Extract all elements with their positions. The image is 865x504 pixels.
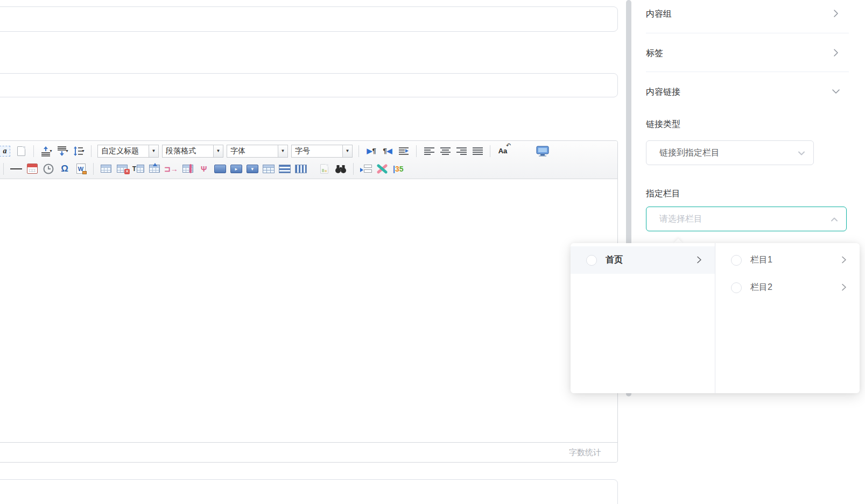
radio-icon[interactable] bbox=[731, 282, 742, 293]
toolbar-row-1: a ▾ ▾ ▾ 自定义标题 ▼ 段落格式 ▼ bbox=[0, 142, 617, 160]
indent-more-icon[interactable] bbox=[397, 145, 410, 158]
section-tags[interactable]: 标签 bbox=[633, 33, 865, 72]
link-type-select[interactable]: 链接到指定栏目 bbox=[646, 140, 814, 165]
table-block-icon[interactable] bbox=[214, 162, 227, 175]
paragraph-format-value: 段落格式 bbox=[162, 145, 214, 158]
insert-date-icon[interactable] bbox=[26, 162, 39, 175]
editor-content-area[interactable] bbox=[0, 179, 617, 442]
xiumi-editor-icon[interactable] bbox=[376, 162, 389, 175]
cascader-item-label: 栏目1 bbox=[750, 254, 772, 266]
table-grid-rows-icon[interactable] bbox=[278, 162, 291, 175]
align-center-icon[interactable] bbox=[439, 145, 452, 158]
paragraph-format-combo[interactable]: 段落格式 ▼ bbox=[162, 145, 223, 158]
link-type-label: 链接类型 bbox=[646, 118, 680, 131]
chevron-right-icon bbox=[695, 255, 703, 266]
chevron-right-icon bbox=[840, 283, 848, 294]
cascader-item-home[interactable]: 首页 bbox=[571, 246, 715, 274]
custom-heading-dropdown-button[interactable]: ▼ bbox=[149, 145, 159, 158]
chevron-right-icon bbox=[832, 9, 840, 18]
delete-table-icon[interactable]: ✕ bbox=[116, 162, 129, 175]
horizontal-rule-icon[interactable] bbox=[10, 162, 23, 175]
table-block-arrow-down-icon[interactable]: ▾ bbox=[246, 162, 259, 175]
preview-monitor-icon[interactable] bbox=[536, 145, 549, 158]
toolbar-separator bbox=[93, 163, 94, 175]
toolbar-separator bbox=[3, 163, 4, 175]
section-content-group-label: 内容组 bbox=[646, 8, 672, 20]
cascader-level-1: 首页 bbox=[571, 243, 715, 393]
radio-icon[interactable] bbox=[731, 255, 742, 266]
table-grid-cells-icon[interactable] bbox=[262, 162, 275, 175]
editor-status-bar: 字数统计 bbox=[0, 442, 617, 462]
font-size-combo[interactable]: 字号 ▼ bbox=[291, 145, 353, 158]
section-tags-label: 标签 bbox=[646, 47, 663, 60]
toolbar-separator bbox=[416, 145, 417, 157]
word-count-label: 字数统计 bbox=[569, 448, 601, 458]
toolbar-separator bbox=[91, 145, 92, 157]
cascader-item-column2[interactable]: 栏目2 bbox=[715, 274, 860, 301]
cascader-level-2: 栏目1 栏目2 bbox=[715, 243, 860, 393]
indent-first-line-icon[interactable]: ▶¶ bbox=[365, 145, 378, 158]
case-convert-icon[interactable]: Aa↶ bbox=[496, 145, 509, 158]
special-char-icon[interactable]: Ω bbox=[58, 162, 71, 175]
table-title-icon[interactable]: T bbox=[132, 162, 145, 175]
custom-heading-value: 自定义标题 bbox=[97, 145, 149, 158]
cascader-item-label: 首页 bbox=[606, 254, 623, 266]
table-block-arrow-right-icon[interactable]: ▸ bbox=[230, 162, 243, 175]
radio-icon[interactable] bbox=[586, 255, 597, 266]
chevron-up-icon bbox=[830, 215, 839, 224]
chevron-down-icon bbox=[832, 87, 840, 96]
chevron-right-icon bbox=[840, 255, 848, 266]
bottom-input[interactable] bbox=[0, 479, 618, 504]
font-family-combo[interactable]: 字体 ▼ bbox=[227, 145, 288, 158]
chevron-down-icon bbox=[797, 149, 806, 158]
secondary-input[interactable] bbox=[0, 73, 618, 97]
toolbar-separator bbox=[490, 145, 490, 157]
column-cascader-dropdown: 首页 栏目1 栏目2 bbox=[571, 243, 860, 393]
insert-title-row-icon[interactable] bbox=[148, 162, 161, 175]
paragraph-format-dropdown-button[interactable]: ▼ bbox=[214, 145, 223, 158]
rich-text-editor: a ▾ ▾ ▾ 自定义标题 ▼ 段落格式 ▼ bbox=[0, 140, 618, 463]
font-size-value: 字号 bbox=[291, 145, 343, 158]
section-content-link-label: 内容链接 bbox=[646, 86, 680, 98]
insert-col-icon[interactable] bbox=[181, 162, 194, 175]
spacing-bottom-icon[interactable]: ▾ bbox=[56, 145, 69, 158]
page-break-icon[interactable] bbox=[360, 162, 372, 175]
indent-rtl-icon[interactable]: ¶◀ bbox=[381, 145, 394, 158]
align-right-icon[interactable] bbox=[455, 145, 468, 158]
title-input[interactable] bbox=[0, 6, 618, 32]
split-cell-icon[interactable]: Ψ bbox=[198, 162, 210, 175]
spacing-top-icon[interactable]: ▾ bbox=[40, 145, 53, 158]
insert-table-icon[interactable] bbox=[100, 162, 112, 175]
cascader-item-column1[interactable]: 栏目1 bbox=[715, 246, 860, 274]
column-placeholder: 请选择栏目 bbox=[659, 214, 702, 225]
find-replace-icon[interactable] bbox=[334, 162, 347, 175]
toolbar-separator bbox=[353, 163, 354, 175]
link-type-value: 链接到指定栏目 bbox=[659, 147, 720, 159]
line-height-icon[interactable]: ▾ bbox=[72, 145, 85, 158]
editor-135-icon[interactable]: |35 bbox=[392, 162, 405, 175]
toolbar-separator bbox=[358, 145, 359, 157]
cascader-item-label: 栏目2 bbox=[750, 282, 772, 293]
insert-time-icon[interactable] bbox=[42, 162, 55, 175]
toolbar-separator bbox=[33, 145, 34, 157]
custom-heading-combo[interactable]: 自定义标题 ▼ bbox=[97, 145, 159, 158]
new-page-icon[interactable] bbox=[15, 145, 27, 158]
chevron-right-icon bbox=[832, 48, 840, 57]
anchor-icon[interactable]: a bbox=[0, 145, 11, 158]
align-left-icon[interactable] bbox=[423, 145, 435, 158]
column-label: 指定栏目 bbox=[646, 187, 680, 200]
word-image-icon[interactable]: W bbox=[74, 162, 87, 175]
toolbar-row-2: Ω W ✕ T ⊐→ Ψ ▸ ▾ |35 bbox=[0, 160, 617, 178]
table-grid-cols-icon[interactable] bbox=[294, 162, 307, 175]
column-select[interactable]: 请选择栏目 bbox=[646, 207, 847, 231]
section-content-group[interactable]: 内容组 bbox=[633, 0, 865, 33]
merge-right-icon[interactable]: ⊐→ bbox=[164, 162, 178, 175]
font-family-value: 字体 bbox=[227, 145, 278, 158]
align-justify-icon[interactable] bbox=[471, 145, 484, 158]
editor-toolbar: a ▾ ▾ ▾ 自定义标题 ▼ 段落格式 ▼ bbox=[0, 141, 617, 179]
font-size-dropdown-button[interactable]: ▼ bbox=[343, 145, 353, 158]
section-content-link[interactable]: 内容链接 bbox=[633, 72, 865, 110]
doc-disabled-icon bbox=[318, 162, 331, 175]
font-family-dropdown-button[interactable]: ▼ bbox=[278, 145, 288, 158]
